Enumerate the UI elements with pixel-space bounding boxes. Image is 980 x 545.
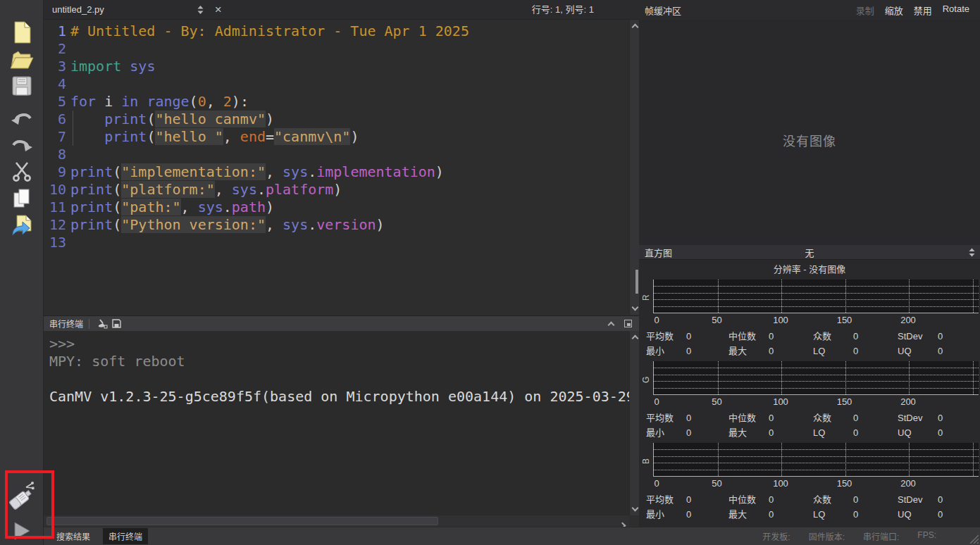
gridline xyxy=(909,280,910,313)
redo-button[interactable] xyxy=(8,132,36,158)
stat-cell: UQ0 xyxy=(898,507,976,522)
fb-action-缩放[interactable]: 缩放 xyxy=(885,4,903,17)
canmv-ide-window: untitled_2.py × 行号: 1, 列号: 1 1# Untitled… xyxy=(0,0,980,545)
fb-action-禁用[interactable]: 禁用 xyxy=(914,4,932,17)
code-text: print("hello canmv") xyxy=(70,111,274,128)
stat-cell: 众数0 xyxy=(813,492,898,507)
stat-label: 平均数 xyxy=(646,494,674,505)
gridline xyxy=(654,306,979,307)
x-axis-ticks: 050100150200 xyxy=(653,396,979,409)
stat-label: 最小 xyxy=(646,509,664,520)
x-tick-label: 0 xyxy=(654,478,659,489)
x-tick-label: 50 xyxy=(712,478,721,489)
stat-value: 0 xyxy=(686,344,691,358)
undo-button[interactable] xyxy=(8,106,36,131)
line-number: 6 xyxy=(44,111,66,128)
stat-label: StDev xyxy=(898,494,922,505)
code-text: print("Python version:", sys.version) xyxy=(70,216,385,234)
paste-icon xyxy=(11,214,33,237)
fb-action-rotate[interactable]: Rotate xyxy=(943,4,969,17)
gridline xyxy=(654,286,979,287)
scroll-down-icon[interactable] xyxy=(630,504,640,514)
stat-label: UQ xyxy=(898,427,912,438)
gridline xyxy=(973,280,974,313)
stat-label: 最大 xyxy=(728,346,747,356)
stat-label: 众数 xyxy=(813,494,831,505)
scroll-up-icon[interactable] xyxy=(630,21,640,31)
code-lines: 1# Untitled - By: Administrator - Tue Ap… xyxy=(44,23,629,251)
cursor-position-status: 行号: 1, 列号: 1 xyxy=(532,0,594,20)
code-line: 9print("implementation:", sys.implementa… xyxy=(44,163,629,181)
line-number: 7 xyxy=(44,128,66,146)
editor-scrollbar-thumb[interactable] xyxy=(635,270,638,294)
stat-value: 0 xyxy=(938,344,943,358)
collapse-terminal-icon[interactable] xyxy=(604,318,618,330)
terminal-header: 串行终端 xyxy=(44,315,639,331)
code-line: 4 xyxy=(44,75,629,93)
scroll-down-icon[interactable] xyxy=(630,303,640,313)
new-file-icon xyxy=(12,21,32,44)
gridline xyxy=(718,443,719,476)
terminal-vertical-scrollbar[interactable] xyxy=(629,331,639,515)
stat-value: 0 xyxy=(853,425,858,440)
code-line: 3import sys xyxy=(44,58,629,75)
terminal-horizontal-scrollbar[interactable] xyxy=(44,515,629,527)
scroll-up-icon[interactable] xyxy=(630,332,640,342)
resize-grip[interactable] xyxy=(967,532,979,544)
main-column: untitled_2.py × 行号: 1, 列号: 1 1# Untitled… xyxy=(44,0,639,527)
histogram-dropdown[interactable]: 直方图 无 xyxy=(639,245,980,260)
stat-cell: UQ0 xyxy=(898,344,976,358)
paste-button[interactable] xyxy=(8,213,36,238)
x-tick-label: 50 xyxy=(712,315,721,325)
tab-close-icon[interactable]: × xyxy=(215,4,222,15)
code-editor[interactable]: 1# Untitled - By: Administrator - Tue Ap… xyxy=(44,20,629,315)
code-line: 2 xyxy=(44,40,629,58)
stat-value: 0 xyxy=(686,492,691,507)
gridline xyxy=(654,299,979,300)
channel-axis-label: R xyxy=(641,284,651,312)
connect-button[interactable] xyxy=(8,480,36,512)
gridline xyxy=(781,280,782,313)
stat-value: 0 xyxy=(938,411,943,425)
clear-terminal-icon[interactable] xyxy=(95,318,109,330)
new-file-button[interactable] xyxy=(8,20,36,45)
stat-cell: 中位数0 xyxy=(728,329,813,344)
stat-label: 中位数 xyxy=(728,494,756,505)
stat-cell: StDev0 xyxy=(898,492,976,507)
stat-cell: 平均数0 xyxy=(646,329,728,344)
open-folder-button[interactable] xyxy=(8,46,36,72)
serial-terminal-output[interactable]: >>> MPY: soft rebootCanMV v1.2.3-25-g5ce… xyxy=(44,331,629,515)
save-button[interactable] xyxy=(8,73,36,99)
gridline xyxy=(654,449,979,450)
stat-cell: 平均数0 xyxy=(646,492,728,507)
stat-label: LQ xyxy=(813,509,825,520)
float-terminal-icon[interactable] xyxy=(621,318,635,330)
status-tabs: 搜索结果串行终端 xyxy=(44,528,148,544)
save-log-icon[interactable] xyxy=(109,318,123,330)
line-number: 8 xyxy=(44,146,66,163)
horizontal-scrollbar-thumb[interactable] xyxy=(46,517,438,525)
line-number: 1 xyxy=(44,23,66,40)
editor-tab-bar: untitled_2.py × 行号: 1, 列号: 1 xyxy=(44,0,639,20)
status-tab-串行终端[interactable]: 串行终端 xyxy=(103,528,148,544)
editor-vertical-scrollbar[interactable] xyxy=(629,20,639,315)
editor-tab-untitled-2[interactable]: untitled_2.py xyxy=(52,4,104,15)
code-text: print("implementation:", sys.implementat… xyxy=(70,163,444,181)
status-tab-搜索结果[interactable]: 搜索结果 xyxy=(51,528,96,544)
stat-value: 0 xyxy=(853,507,858,522)
stat-value: 0 xyxy=(686,507,691,522)
status-fields: 开发板:固件版本:串行端口:FPS: xyxy=(762,530,936,542)
code-text: print("platform:", sys.platform) xyxy=(70,181,342,199)
run-button[interactable] xyxy=(8,515,36,545)
stat-label: 众数 xyxy=(813,413,831,423)
code-text: import sys xyxy=(70,58,155,75)
code-line: 11print("path:", sys.path) xyxy=(44,199,629,216)
cut-button[interactable] xyxy=(8,159,36,184)
histogram-plot-g xyxy=(653,361,979,395)
tab-spinner-icon[interactable] xyxy=(197,5,204,15)
x-tick-label: 200 xyxy=(900,396,916,407)
copy-button[interactable] xyxy=(8,186,36,211)
stat-label: 中位数 xyxy=(728,331,756,342)
right-panel: 帧缓冲区 录制缩放禁用Rotate 没有图像 直方图 无 分辨率 - 没有图像 … xyxy=(639,0,980,527)
indent-guide xyxy=(73,128,73,146)
